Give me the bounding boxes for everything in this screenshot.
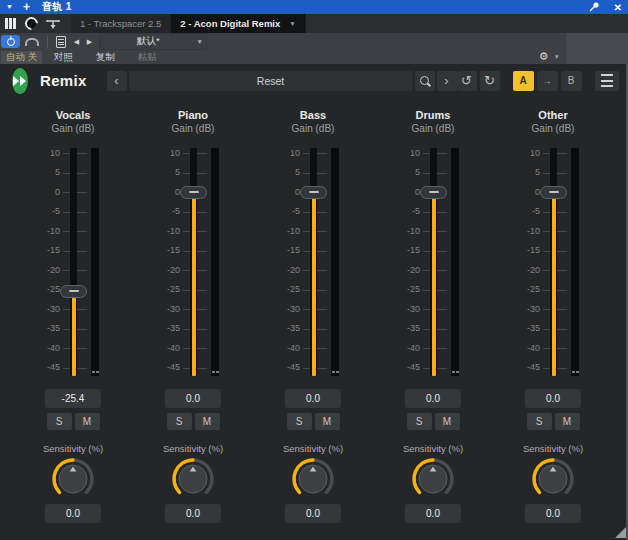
solo-button[interactable]: S — [47, 413, 72, 430]
tick-label: 5 — [133, 168, 180, 177]
tick-label: 5 — [253, 168, 300, 177]
automation-mode-chip[interactable]: 自动 关 — [1, 51, 42, 64]
tick-label: -30 — [13, 305, 60, 314]
fader-fill — [72, 291, 76, 376]
sensitivity-knob[interactable] — [291, 457, 335, 501]
sensitivity-knob[interactable] — [411, 457, 455, 501]
fader-handle[interactable] — [180, 186, 207, 199]
fader-handle[interactable] — [540, 186, 567, 199]
control-band-right-panel — [566, 33, 628, 64]
ab-a-button[interactable]: A — [513, 71, 534, 91]
meter-peak-marks — [91, 371, 99, 373]
preset-next-button[interactable]: › — [437, 71, 457, 91]
tab-trackspacer[interactable]: 1 - Trackspacer 2.5 — [71, 14, 171, 33]
gain-fader[interactable]: 1050-5-10-15-20-25-30-35-40-45 — [373, 147, 493, 379]
channel-name: Bass — [253, 108, 373, 122]
bars-icon — [5, 18, 16, 29]
meter-peak-marks — [331, 371, 339, 373]
undo-button[interactable]: ↺ — [457, 71, 477, 91]
gear-icon[interactable]: ⚙ — [539, 50, 549, 63]
compare-button[interactable]: 对照 — [42, 51, 84, 64]
channel-strip-view-button[interactable] — [0, 14, 21, 33]
sensitivity-value-box[interactable]: 0.0 — [525, 504, 581, 523]
preset-file-button[interactable] — [53, 36, 69, 48]
routing-button[interactable] — [42, 14, 63, 33]
ab-b-button[interactable]: B — [561, 71, 582, 91]
copy-button[interactable]: 复制 — [84, 51, 126, 64]
knob-view-button[interactable] — [21, 14, 42, 33]
meter-peak-marks — [211, 371, 219, 373]
gain-fader[interactable]: 1050-5-10-15-20-25-30-35-40-45 — [253, 147, 373, 379]
window-menu-caret-icon[interactable]: ▼ — [6, 0, 13, 14]
sensitivity-value-box[interactable]: 0.0 — [285, 504, 341, 523]
fader-fill — [552, 192, 556, 376]
tick-label: -25 — [493, 285, 540, 294]
redo-button[interactable]: ↻ — [480, 71, 500, 91]
gain-value-box[interactable]: 0.0 — [165, 389, 221, 408]
solo-button[interactable]: S — [167, 413, 192, 430]
sensitivity-knob[interactable] — [171, 457, 215, 501]
sensitivity-knob[interactable] — [51, 457, 95, 501]
mute-button[interactable]: M — [435, 413, 460, 430]
tick-label: -25 — [13, 285, 60, 294]
gain-value-box[interactable]: 0.0 — [525, 389, 581, 408]
gain-value-box[interactable]: 0.0 — [285, 389, 341, 408]
tab-label: 2 - Acon Digital Remix — [180, 18, 280, 29]
gain-value-box[interactable]: -25.4 — [45, 389, 101, 408]
paste-button[interactable]: 粘贴 — [126, 51, 168, 64]
channel-name: Vocals — [13, 108, 133, 122]
preset-search-button[interactable] — [415, 71, 435, 91]
channel-name: Other — [493, 108, 613, 122]
close-icon[interactable]: ✕ — [614, 2, 622, 13]
tick-label: -5 — [493, 207, 540, 216]
tick-label: 10 — [373, 149, 420, 158]
menu-button[interactable] — [595, 71, 619, 91]
sensitivity-value-box[interactable]: 0.0 — [165, 504, 221, 523]
sensitivity-value-box[interactable]: 0.0 — [45, 504, 101, 523]
chevron-down-icon: ▼ — [289, 20, 295, 27]
solo-button[interactable]: S — [407, 413, 432, 430]
mute-button[interactable]: M — [315, 413, 340, 430]
gain-value-box[interactable]: 0.0 — [405, 389, 461, 408]
mute-button[interactable]: M — [75, 413, 100, 430]
meter-peak-marks — [571, 371, 579, 373]
mix-curve-icon[interactable] — [25, 38, 39, 46]
tick-label: -20 — [373, 266, 420, 275]
preset-dropdown[interactable]: 默认* ▼ — [99, 33, 207, 50]
resize-grip[interactable] — [615, 527, 626, 538]
file-icon — [56, 36, 66, 48]
tick-label: -35 — [253, 324, 300, 333]
add-insert-icon[interactable]: + — [23, 1, 30, 14]
tick-label: 0 — [13, 188, 60, 197]
tick-label: -15 — [253, 246, 300, 255]
fader-handle[interactable] — [300, 186, 327, 199]
gain-fader[interactable]: 1050-5-10-15-20-25-30-35-40-45 — [493, 147, 613, 379]
tick-label: -40 — [13, 344, 60, 353]
solo-button[interactable]: S — [527, 413, 552, 430]
next-preset-button[interactable]: ▶ — [84, 38, 95, 46]
level-meter — [451, 148, 459, 376]
fader-handle[interactable] — [420, 186, 447, 199]
fader-handle[interactable] — [60, 285, 87, 298]
pin-icon[interactable] — [588, 1, 600, 13]
tick-label: -35 — [373, 324, 420, 333]
channel-name: Drums — [373, 108, 493, 122]
bypass-button[interactable] — [1, 35, 20, 48]
tab-acon-digital-remix[interactable]: 2 - Acon Digital Remix ▼ — [171, 14, 305, 33]
tick-label: -5 — [373, 207, 420, 216]
sensitivity-knob[interactable] — [531, 457, 575, 501]
solo-button[interactable]: S — [287, 413, 312, 430]
mute-button[interactable]: M — [555, 413, 580, 430]
mute-button[interactable]: M — [195, 413, 220, 430]
chevron-down-icon[interactable]: ▼ — [554, 53, 560, 60]
tick-label: 0 — [373, 188, 420, 197]
gain-fader[interactable]: 1050-5-10-15-20-25-30-35-40-45 — [133, 147, 253, 379]
gain-fader[interactable]: 1050-5-10-15-20-25-30-35-40-45 — [13, 147, 133, 379]
preset-prev-button[interactable]: ‹ — [107, 71, 127, 91]
sensitivity-value-box[interactable]: 0.0 — [405, 504, 461, 523]
ab-copy-button[interactable]: → — [537, 71, 558, 91]
preset-name-field[interactable]: Reset — [129, 71, 413, 91]
tick-label: -40 — [253, 344, 300, 353]
channel-name: Piano — [133, 108, 253, 122]
prev-preset-button[interactable]: ◀ — [71, 38, 82, 46]
